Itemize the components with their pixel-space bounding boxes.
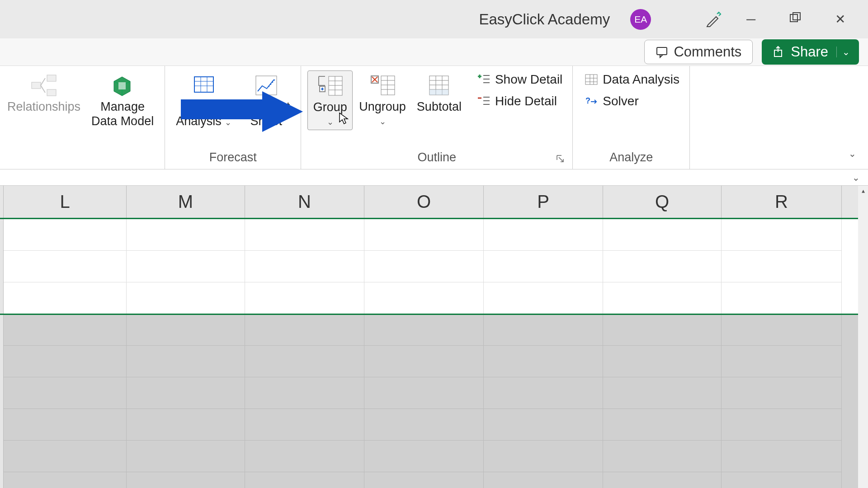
- hide-detail-button[interactable]: Hide Detail: [473, 92, 566, 110]
- grid-cell[interactable]: [127, 346, 245, 377]
- grid-cell[interactable]: [603, 441, 722, 472]
- grid-cell[interactable]: [722, 219, 842, 251]
- grid-cell[interactable]: [364, 314, 484, 346]
- grid-cell[interactable]: [4, 472, 127, 488]
- grid-cell[interactable]: [484, 282, 603, 314]
- grid-cell[interactable]: [603, 377, 722, 409]
- grid-row[interactable]: [0, 377, 868, 409]
- grid-cell[interactable]: [603, 251, 722, 282]
- formula-bar-toggle[interactable]: ⌄: [852, 172, 860, 183]
- pen-icon[interactable]: [705, 11, 722, 28]
- grid-cell[interactable]: [484, 377, 603, 409]
- column-header-R[interactable]: R: [722, 186, 842, 218]
- grid-cell[interactable]: [603, 219, 722, 251]
- subtotal-button[interactable]: Subtotal: [412, 70, 466, 117]
- grid-cell[interactable]: [722, 441, 842, 472]
- ungroup-button[interactable]: Ungroup ⌄: [354, 70, 410, 129]
- grid-cell[interactable]: [4, 441, 127, 472]
- grid-cell[interactable]: [245, 314, 364, 346]
- grid-cell[interactable]: [364, 472, 484, 488]
- grid-cell[interactable]: [364, 409, 484, 441]
- grid-cell[interactable]: [722, 346, 842, 377]
- what-if-analysis-button[interactable]: What-If Analysis ⌄: [171, 70, 236, 131]
- grid-cell[interactable]: [364, 377, 484, 409]
- grid-cell[interactable]: [722, 409, 842, 441]
- grid-cell[interactable]: [245, 472, 364, 488]
- solver-button[interactable]: ? Solver: [581, 92, 683, 110]
- grid-cell[interactable]: [127, 282, 245, 314]
- data-analysis-button[interactable]: Data Analysis: [581, 70, 683, 89]
- grid-cell[interactable]: [127, 251, 245, 282]
- grid-cell[interactable]: [245, 219, 364, 251]
- grid-cell[interactable]: [4, 219, 127, 251]
- grid-row[interactable]: [0, 219, 868, 251]
- grid-cell[interactable]: [603, 409, 722, 441]
- comments-button[interactable]: Comments: [644, 40, 753, 64]
- close-button[interactable]: ✕: [826, 8, 854, 30]
- grid-cell[interactable]: [127, 314, 245, 346]
- grid-row[interactable]: [0, 441, 868, 472]
- column-header-O[interactable]: O: [364, 186, 484, 218]
- grid-cell[interactable]: [722, 472, 842, 488]
- minimize-button[interactable]: ─: [737, 9, 764, 30]
- avatar[interactable]: EA: [630, 9, 651, 30]
- chevron-down-icon[interactable]: ⌄: [379, 117, 386, 127]
- grid-cell[interactable]: [245, 346, 364, 377]
- column-header-Q[interactable]: Q: [603, 186, 722, 218]
- maximize-button[interactable]: [780, 8, 810, 30]
- grid-cell[interactable]: [484, 472, 603, 488]
- grid-cell[interactable]: [603, 314, 722, 346]
- grid-cell[interactable]: [603, 346, 722, 377]
- column-header-M[interactable]: M: [127, 186, 245, 218]
- manage-data-model-button[interactable]: Manage Data Model: [87, 70, 158, 131]
- grid-row[interactable]: [0, 346, 868, 377]
- grid-cell[interactable]: [364, 282, 484, 314]
- grid-row[interactable]: [0, 409, 868, 441]
- grid-cell[interactable]: [484, 219, 603, 251]
- grid-cell[interactable]: [127, 472, 245, 488]
- grid-cell[interactable]: [364, 346, 484, 377]
- group-button[interactable]: Group ⌄: [307, 70, 353, 130]
- grid-cell[interactable]: [364, 251, 484, 282]
- dialog-launcher-icon[interactable]: [556, 155, 564, 163]
- grid-row[interactable]: [0, 472, 868, 488]
- grid-cell[interactable]: [722, 282, 842, 314]
- column-header-P[interactable]: P: [484, 186, 603, 218]
- grid-cell[interactable]: [364, 441, 484, 472]
- collapse-ribbon-button[interactable]: ⌄: [849, 148, 856, 159]
- grid-cell[interactable]: [484, 314, 603, 346]
- grid-cell[interactable]: [4, 314, 127, 346]
- grid-cell[interactable]: [127, 441, 245, 472]
- grid-cell[interactable]: [484, 346, 603, 377]
- grid-cell[interactable]: [127, 377, 245, 409]
- show-detail-button[interactable]: Show Detail: [473, 70, 566, 89]
- grid-cell[interactable]: [484, 409, 603, 441]
- scroll-up-arrow[interactable]: ▴: [858, 186, 868, 196]
- grid-cell[interactable]: [4, 409, 127, 441]
- grid-cell[interactable]: [722, 377, 842, 409]
- grid-cell[interactable]: [245, 377, 364, 409]
- grid-cell[interactable]: [603, 282, 722, 314]
- grid-cell[interactable]: [484, 441, 603, 472]
- spreadsheet-grid[interactable]: LMNOPQR ▴: [0, 186, 868, 488]
- grid-cell[interactable]: [245, 251, 364, 282]
- share-chevron-icon[interactable]: ⌄: [836, 47, 850, 57]
- grid-cell[interactable]: [603, 472, 722, 488]
- grid-row[interactable]: [0, 314, 868, 346]
- chevron-down-icon[interactable]: ⌄: [327, 117, 334, 127]
- grid-cell[interactable]: [4, 377, 127, 409]
- grid-cell[interactable]: [4, 346, 127, 377]
- grid-cell[interactable]: [722, 251, 842, 282]
- vertical-scrollbar[interactable]: ▴: [858, 186, 868, 488]
- grid-cell[interactable]: [245, 441, 364, 472]
- grid-cell[interactable]: [245, 282, 364, 314]
- grid-cell[interactable]: [127, 219, 245, 251]
- forecast-sheet-button[interactable]: Forecast Sheet: [238, 70, 294, 131]
- share-button[interactable]: Share ⌄: [762, 39, 859, 65]
- grid-cell[interactable]: [245, 409, 364, 441]
- grid-row[interactable]: [0, 282, 868, 314]
- grid-cell[interactable]: [484, 251, 603, 282]
- grid-cell[interactable]: [127, 409, 245, 441]
- grid-cell[interactable]: [364, 219, 484, 251]
- column-header-L[interactable]: L: [4, 186, 127, 218]
